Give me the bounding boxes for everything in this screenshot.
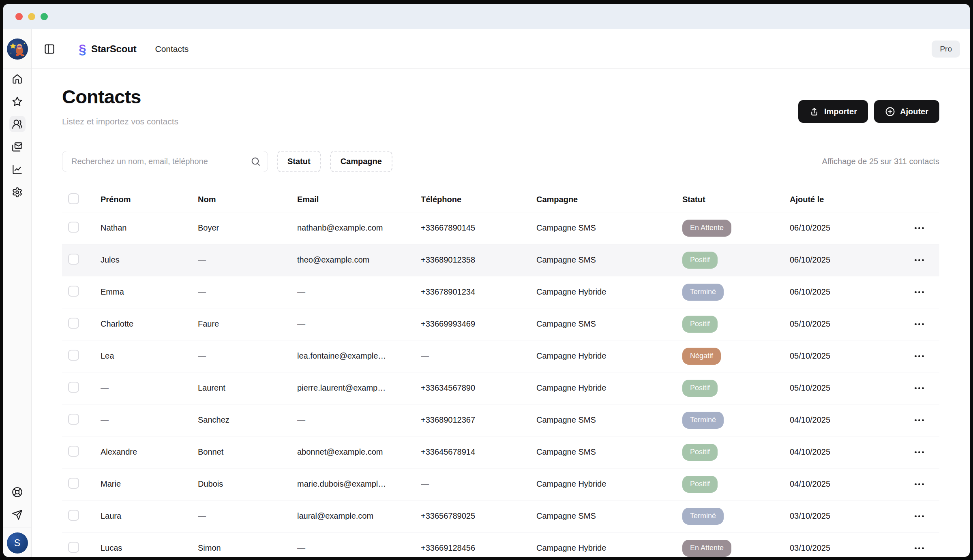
zoom-window-button[interactable] xyxy=(41,13,48,20)
sidebar-item-favorites[interactable] xyxy=(9,93,26,109)
results-summary: Affichage de 25 sur 311 contacts xyxy=(822,157,939,166)
search-input[interactable] xyxy=(62,151,268,172)
row-checkbox[interactable] xyxy=(68,382,79,393)
row-checkbox[interactable] xyxy=(68,414,79,425)
column-header: Statut xyxy=(682,195,790,204)
table-row[interactable]: Jules—theo@example.com+33689012358Campag… xyxy=(62,244,939,276)
table-row[interactable]: MarieDuboismarie.dubois@exampl…—Campagne… xyxy=(62,468,939,500)
cell-email: — xyxy=(297,287,421,297)
row-checkbox[interactable] xyxy=(68,254,79,265)
minimize-window-button[interactable] xyxy=(28,13,35,20)
sidebar-item-help[interactable] xyxy=(9,484,26,500)
sidebar-toggle-button[interactable] xyxy=(44,43,55,55)
sidebar-nav xyxy=(9,69,26,200)
cell-nom: Bonnet xyxy=(198,447,297,457)
row-actions-button[interactable] xyxy=(907,222,932,234)
star-icon xyxy=(12,96,23,107)
cell-prenom: Nathan xyxy=(101,223,198,233)
column-header: Email xyxy=(297,195,421,204)
user-avatar[interactable]: S xyxy=(7,532,28,554)
cell-prenom: Alexandre xyxy=(101,447,198,457)
table-header-row: PrénomNomEmailTéléphoneCampagneStatutAjo… xyxy=(62,187,939,212)
status-badge: Positif xyxy=(682,316,718,333)
row-checkbox[interactable] xyxy=(68,318,79,329)
app-header: § StarScout Contacts Pro xyxy=(32,29,970,69)
sidebar-item-contacts[interactable] xyxy=(9,116,26,132)
row-checkbox[interactable] xyxy=(68,510,79,521)
cell-campagne: Campagne Hybride xyxy=(536,287,682,297)
row-actions-button[interactable] xyxy=(907,511,932,522)
chart-line-icon xyxy=(12,164,23,175)
cell-campagne: Campagne Hybride xyxy=(536,543,682,553)
row-actions-button[interactable] xyxy=(907,254,932,266)
cell-telephone: +33689012358 xyxy=(421,255,536,265)
import-button[interactable]: Importer xyxy=(798,100,868,123)
cell-campagne: Campagne SMS xyxy=(536,415,682,425)
cell-nom: — xyxy=(198,511,297,521)
sidebar-user-section: S xyxy=(3,528,31,557)
row-actions-button[interactable] xyxy=(907,447,932,458)
search-wrap xyxy=(62,151,268,172)
table-row[interactable]: NathanBoyernathanb@example.com+336678901… xyxy=(62,212,939,244)
row-checkbox[interactable] xyxy=(68,478,79,489)
table-row[interactable]: AlexandreBonnetabonnet@example.com+33645… xyxy=(62,436,939,468)
filter-campagne-button[interactable]: Campagne xyxy=(330,151,392,172)
row-checkbox[interactable] xyxy=(68,222,79,233)
table-row[interactable]: LucasSimon—+33669128456Campagne HybrideE… xyxy=(62,532,939,557)
cell-telephone: +33678901234 xyxy=(421,287,536,297)
plan-badge: Pro xyxy=(932,41,960,58)
sidebar-item-settings[interactable] xyxy=(9,184,26,200)
table-row[interactable]: CharlotteFaure—+33669993469Campagne SMSP… xyxy=(62,308,939,340)
sidebar-toggle-cell xyxy=(32,29,67,68)
add-button[interactable]: Ajouter xyxy=(874,100,939,123)
cell-prenom: Emma xyxy=(101,287,198,297)
table-row[interactable]: Laura—laural@example.com+33656789025Camp… xyxy=(62,500,939,532)
row-actions-button[interactable] xyxy=(907,351,932,362)
row-actions-button[interactable] xyxy=(907,383,932,394)
brand-name: StarScout xyxy=(91,43,137,55)
row-checkbox[interactable] xyxy=(68,286,79,297)
table-row[interactable]: —Sanchez—+33689012367Campagne SMSTerminé… xyxy=(62,404,939,436)
row-checkbox[interactable] xyxy=(68,350,79,361)
table-row[interactable]: Emma——+33678901234Campagne HybrideTermin… xyxy=(62,276,939,308)
cell-date: 05/10/2025 xyxy=(790,351,899,361)
filter-statut-button[interactable]: Statut xyxy=(277,151,321,172)
cell-telephone: +33656789025 xyxy=(421,511,536,521)
cell-email: nathanb@example.com xyxy=(297,223,421,233)
cell-telephone: +33669128456 xyxy=(421,543,536,553)
contacts-table: PrénomNomEmailTéléphoneCampagneStatutAjo… xyxy=(62,187,939,557)
table-row[interactable]: —Laurentpierre.laurent@examp…+3363456789… xyxy=(62,372,939,404)
workspace-avatar[interactable] xyxy=(6,38,29,60)
sidebar-item-analytics[interactable] xyxy=(9,161,26,177)
row-actions-button[interactable] xyxy=(907,543,932,554)
cell-campagne: Campagne SMS xyxy=(536,223,682,233)
row-checkbox[interactable] xyxy=(68,542,79,553)
row-actions-button[interactable] xyxy=(907,479,932,490)
sidebar-item-send[interactable] xyxy=(9,507,26,523)
home-icon xyxy=(12,73,23,84)
cell-email: — xyxy=(297,319,421,329)
life-buoy-icon xyxy=(12,487,23,498)
page-actions: Importer Ajouter xyxy=(798,100,939,123)
cell-campagne: Campagne Hybride xyxy=(536,351,682,361)
row-actions-button[interactable] xyxy=(907,318,932,330)
cell-telephone: — xyxy=(421,479,536,489)
row-checkbox[interactable] xyxy=(68,446,79,457)
select-all-checkbox[interactable] xyxy=(68,193,79,204)
page-title: Contacts xyxy=(62,87,178,107)
close-window-button[interactable] xyxy=(15,13,23,20)
cell-nom: Faure xyxy=(198,319,297,329)
row-actions-button[interactable] xyxy=(907,286,932,298)
cell-email: theo@example.com xyxy=(297,255,421,265)
cell-nom: Laurent xyxy=(198,383,297,393)
cell-date: 06/10/2025 xyxy=(790,223,899,233)
cell-campagne: Campagne Hybride xyxy=(536,479,682,489)
status-badge: Négatif xyxy=(682,348,721,365)
table-row[interactable]: Lea—lea.fontaine@example…—Campagne Hybri… xyxy=(62,340,939,372)
row-actions-button[interactable] xyxy=(907,415,932,426)
cell-email: — xyxy=(297,543,421,553)
sidebar-item-inbox[interactable] xyxy=(9,139,26,155)
breadcrumb[interactable]: Contacts xyxy=(155,44,189,54)
sidebar-item-home[interactable] xyxy=(9,71,26,87)
cell-email: pierre.laurent@examp… xyxy=(297,383,421,393)
